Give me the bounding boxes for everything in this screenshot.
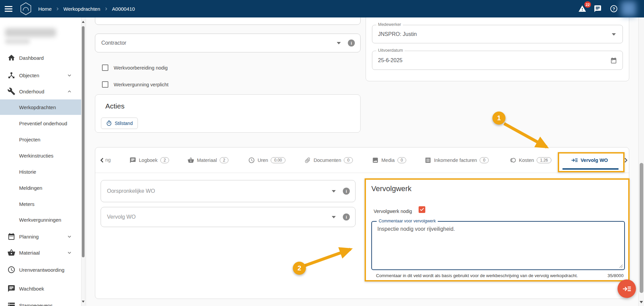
annotation-step-2: 2	[293, 262, 306, 275]
tab-badge: 1.26	[537, 157, 551, 163]
checkbox-checked-icon[interactable]	[419, 206, 425, 213]
top-bar: Home Werkopdrachten A0000410 22 ?	[0, 0, 644, 17]
stilstand-label: Stilstand	[115, 121, 133, 126]
tab-badge: 0	[480, 157, 489, 163]
sidebar-item-meldingen[interactable]: Meldingen	[0, 180, 82, 196]
tab-kosten[interactable]: Kosten 1.26	[509, 147, 551, 173]
commentaar-helper-text: Commentaar in dit veld wordt als basis g…	[376, 273, 578, 278]
sidebar-item-planning[interactable]: Planning	[0, 228, 82, 245]
chevron-right-icon	[104, 6, 109, 11]
scroll-down-icon[interactable]	[640, 301, 643, 303]
acties-card: Acties Stilstand	[95, 94, 361, 133]
hamburger-menu-icon[interactable]	[5, 5, 13, 13]
info-icon[interactable]: i	[343, 214, 350, 221]
page-scrollbar[interactable]	[638, 17, 644, 306]
sidebar-scrollbar[interactable]	[81, 17, 85, 306]
vervolg-wo-select[interactable]: Vervolg WO i	[101, 207, 356, 227]
uitvoerdatum-label: Uitvoerdatum	[376, 48, 405, 53]
sidebar-item-werkvergunningen[interactable]: Werkvergunningen	[0, 212, 82, 228]
info-icon[interactable]: i	[343, 188, 350, 195]
checkbox-label: Werkvoorbereiding nodig	[114, 65, 168, 71]
tab-clipped-label[interactable]: ng	[105, 157, 111, 163]
calendar-icon	[7, 232, 15, 241]
acties-title: Acties	[105, 102, 124, 110]
uitvoerdatum-field[interactable]: Uitvoerdatum 25-6-2025	[372, 51, 623, 70]
calendar-picker-icon[interactable]	[610, 57, 617, 64]
oorspronkelijke-wo-label: Oorspronkelijke WO	[107, 188, 155, 194]
scroll-up-icon[interactable]	[82, 21, 85, 23]
tab-badge: 2	[160, 157, 169, 163]
sidebar-item-objecten[interactable]: Objecten	[0, 67, 82, 83]
info-icon[interactable]: i	[348, 40, 355, 47]
sidebar-item-dashboard[interactable]: Dashboard	[0, 50, 82, 66]
sidebar-item-werkopdrachten[interactable]: Werkopdrachten	[0, 99, 82, 115]
app-logo-icon[interactable]	[19, 2, 33, 16]
alert-count-badge: 22	[584, 1, 591, 8]
tab-inkomende-facturen[interactable]: Inkomende facturen 0	[425, 147, 489, 173]
image-icon	[372, 157, 379, 164]
customer-logo-blurred	[5, 28, 56, 37]
annotation-box-tab	[558, 152, 625, 172]
checkbox-unchecked-icon[interactable]	[102, 64, 108, 71]
contractor-select[interactable]: Contractor i	[95, 34, 361, 52]
checkbox-label: Werkvergunning verplicht	[114, 82, 168, 87]
storage-icon	[7, 301, 15, 306]
char-counter: 35/8000	[607, 273, 624, 278]
paperclip-icon	[304, 157, 311, 164]
clock-icon	[248, 157, 255, 164]
werkvergunning-checkbox-row[interactable]: Werkvergunning verplicht	[102, 81, 168, 88]
annotation-box-vervolgwerk: Vervolgwerk Vervolgwerk nodig Commentaar…	[365, 178, 630, 281]
sidebar-item-meters[interactable]: Meters	[0, 196, 82, 212]
basket-icon	[187, 157, 194, 164]
sidebar-item-preventief-onderhoud[interactable]: Preventief onderhoud	[0, 115, 82, 131]
sidebar-item-stamgegevens[interactable]: Stamgegevens	[0, 297, 82, 306]
breadcrumb-home[interactable]: Home	[38, 6, 52, 12]
sidebar-item-wachtboek[interactable]: Wachtboek	[0, 280, 82, 297]
tab-logboek[interactable]: Logboek 2	[129, 147, 169, 173]
oorspronkelijke-wo-select[interactable]: Oorspronkelijke WO i	[101, 180, 356, 202]
stilstand-button[interactable]: Stilstand	[101, 118, 138, 129]
chat-icon	[7, 285, 15, 293]
page-scroll-thumb[interactable]	[640, 163, 643, 293]
receipt-icon	[425, 157, 431, 164]
checkbox-unchecked-icon[interactable]	[102, 81, 108, 88]
dropdown-caret-icon[interactable]	[332, 216, 336, 218]
app-window: Home Werkopdrachten A0000410 22 ? Dashbo…	[0, 0, 644, 306]
sidebar-item-urenverantwoording[interactable]: Urenverantwoording	[0, 262, 82, 278]
sidebar-item-projecten[interactable]: Projecten	[0, 131, 82, 147]
help-icon[interactable]: ?	[610, 5, 618, 13]
resize-handle-icon[interactable]	[619, 264, 623, 268]
avatar[interactable]	[621, 1, 636, 16]
vervolg-wo-fab-button[interactable]	[618, 279, 636, 298]
dropdown-caret-icon[interactable]	[337, 42, 341, 44]
tab-uren[interactable]: Uren 0.00	[248, 147, 285, 173]
coins-icon	[509, 157, 516, 164]
wrench-icon	[7, 87, 15, 95]
tab-documenten[interactable]: Documenten 0	[304, 147, 353, 173]
svg-text:?: ?	[612, 6, 615, 11]
sidebar-item-historie[interactable]: Historie	[0, 164, 82, 180]
werkvoorbereiding-checkbox-row[interactable]: Werkvoorbereiding nodig	[102, 64, 168, 71]
breadcrumb-werkopdrachten[interactable]: Werkopdrachten	[63, 6, 100, 12]
medewerker-select[interactable]: Medewerker JNSPRO: Justin	[372, 25, 623, 43]
scroll-down-icon[interactable]	[82, 301, 85, 303]
tab-badge: 0	[397, 157, 407, 163]
sidebar-item-werkinstructies[interactable]: Werkinstructies	[0, 147, 82, 164]
clock-icon	[7, 266, 15, 274]
commentaar-textarea[interactable]: Inspectie nodig voor rijveiligheid.	[372, 222, 624, 269]
sidebar-item-onderhoud[interactable]: Onderhoud	[0, 83, 82, 99]
basket-icon	[7, 249, 15, 257]
chat-icon	[129, 157, 136, 164]
sidebar-item-materiaal[interactable]: Materiaal	[0, 245, 82, 261]
vervolgwerk-heading: Vervolgwerk	[371, 184, 412, 193]
sidebar-scroll-thumb[interactable]	[82, 26, 85, 257]
tab-scroll-left-icon[interactable]	[98, 156, 106, 164]
tab-materiaal[interactable]: Materiaal 2	[187, 147, 228, 173]
dropdown-caret-icon[interactable]	[332, 190, 336, 192]
vervolg-wo-label: Vervolg WO	[107, 214, 136, 220]
tab-media[interactable]: Media 0	[372, 147, 406, 173]
timer-icon	[106, 120, 112, 126]
chat-icon[interactable]	[594, 5, 602, 13]
dropdown-caret-icon[interactable]	[612, 33, 616, 36]
tab-badge: 0.00	[271, 157, 285, 163]
